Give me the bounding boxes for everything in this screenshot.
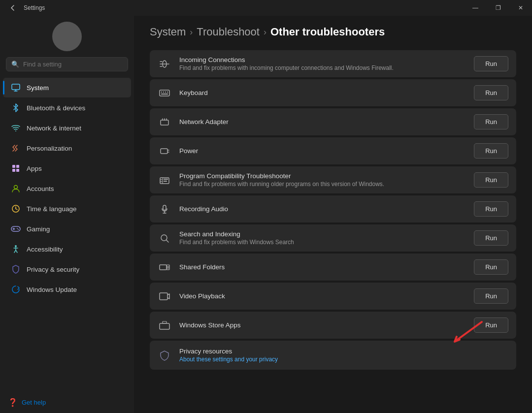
svg-rect-27 — [167, 92, 168, 93]
search-icon: 🔍 — [11, 61, 19, 68]
breadcrumb-troubleshoot[interactable]: Troubleshoot — [197, 26, 260, 38]
svg-rect-40 — [164, 179, 168, 180]
sidebar-item-network[interactable]: Network & internet — [3, 118, 131, 138]
get-help-footer[interactable]: ❓ Get help — [0, 392, 134, 413]
ts-run-button[interactable]: Run — [474, 172, 508, 188]
privacy-resources-item: Privacy resources About these settings a… — [150, 341, 516, 370]
sidebar-item-label: Network & internet — [27, 125, 81, 132]
bluetooth-icon — [11, 103, 21, 113]
svg-rect-0 — [12, 84, 20, 90]
ts-name: Program Compatibility Troubleshooter — [179, 172, 466, 180]
ts-info: Keyboard — [179, 89, 466, 96]
svg-point-8 — [14, 186, 18, 189]
ts-run-button[interactable]: Run — [474, 201, 508, 217]
sidebar-item-time[interactable]: Time & language — [3, 199, 131, 219]
sidebar-item-personalization[interactable]: Personalization — [3, 138, 131, 158]
svg-rect-28 — [161, 94, 168, 95]
ts-run-button[interactable]: Run — [474, 288, 508, 304]
keyboard-icon — [158, 86, 171, 100]
apps-icon — [11, 163, 21, 173]
avatar — [52, 22, 82, 51]
ts-desc: Find and fix problems with running older… — [179, 181, 466, 188]
windows-update-icon — [11, 285, 21, 294]
get-help-label: Get help — [22, 399, 46, 406]
svg-line-20 — [14, 250, 16, 253]
titlebar-left: Settings — [6, 1, 45, 15]
svg-rect-25 — [163, 92, 164, 93]
ts-name: Shared Folders — [179, 263, 466, 271]
ts-name: Keyboard — [179, 89, 466, 96]
privacy-resources-icon — [158, 349, 171, 362]
sidebar-item-label: Accounts — [27, 185, 54, 192]
app-body: 🔍 System Bl — [0, 16, 532, 413]
svg-line-11 — [16, 209, 17, 210]
sidebar-item-label: Personalization — [27, 145, 72, 152]
search-indexing-icon — [158, 231, 171, 245]
ts-run-button[interactable]: Run — [474, 143, 508, 159]
breadcrumb-system[interactable]: System — [150, 26, 186, 38]
ts-name: Video Playback — [179, 292, 466, 300]
sidebar-item-label: Windows Update — [27, 286, 77, 293]
ts-run-button[interactable]: Run — [474, 230, 508, 246]
svg-point-3 — [15, 130, 16, 131]
personalization-icon — [11, 143, 21, 153]
program-compatibility-icon — [158, 173, 171, 187]
ts-desc: Find and fix problems with Windows Searc… — [179, 239, 466, 246]
ts-info: Search and Indexing Find and fix problem… — [179, 230, 466, 246]
ts-run-button[interactable]: Run — [474, 259, 508, 275]
incoming-connections-icon — [158, 57, 171, 71]
ts-name: Incoming Connections — [179, 56, 466, 64]
time-icon — [11, 204, 21, 214]
ts-info: Shared Folders — [179, 263, 466, 271]
ts-program-compatibility: Program Compatibility Troubleshooter Fin… — [150, 166, 516, 193]
troubleshooter-list: Incoming Connections Find and fix proble… — [134, 50, 532, 370]
svg-rect-5 — [16, 165, 19, 168]
ts-info: Power — [179, 147, 466, 155]
close-button[interactable]: ✕ — [509, 0, 532, 16]
ts-recording-audio: Recording Audio Run — [150, 195, 516, 222]
ts-info: Program Compatibility Troubleshooter Fin… — [179, 172, 466, 188]
sidebar-item-label: Gaming — [27, 225, 50, 233]
ts-keyboard: Keyboard Run — [150, 79, 516, 106]
ts-run-button[interactable]: Run — [474, 56, 508, 71]
search-input[interactable] — [23, 61, 123, 68]
search-box[interactable]: 🔍 — [6, 57, 128, 71]
ts-shared-folders: Shared Folders Run — [150, 254, 516, 281]
svg-rect-52 — [160, 293, 167, 300]
ts-run-button[interactable]: Run — [474, 114, 508, 129]
sidebar-item-accounts[interactable]: Accounts — [3, 179, 131, 198]
video-playback-icon — [158, 289, 171, 303]
network-adapter-icon — [158, 115, 171, 129]
sidebar-item-gaming[interactable]: Gaming — [3, 219, 131, 239]
ts-run-button[interactable]: Run — [474, 318, 508, 333]
sidebar-item-privacy[interactable]: Privacy & security — [3, 259, 131, 279]
minimize-button[interactable]: — — [464, 0, 487, 16]
breadcrumb-sep2: › — [264, 27, 266, 37]
svg-rect-26 — [165, 92, 166, 93]
sidebar-item-label: Accessibility — [27, 246, 63, 253]
get-help-icon: ❓ — [8, 398, 18, 407]
sidebar-item-apps[interactable]: Apps — [3, 159, 131, 178]
window-controls: — ❐ ✕ — [464, 0, 532, 16]
sidebar-item-windows-update[interactable]: Windows Update — [3, 280, 131, 299]
sidebar-item-system[interactable]: System — [3, 78, 131, 97]
svg-line-21 — [16, 250, 17, 253]
ts-name: Recording Audio — [179, 205, 466, 213]
svg-rect-24 — [161, 92, 162, 93]
privacy-link[interactable]: About these settings and your privacy — [179, 356, 508, 363]
svg-rect-23 — [160, 90, 169, 96]
shared-folders-icon — [158, 260, 171, 274]
svg-point-16 — [18, 229, 19, 230]
ts-run-button[interactable]: Run — [474, 85, 508, 100]
sidebar-item-accessibility[interactable]: Accessibility — [3, 239, 131, 259]
back-button[interactable] — [6, 1, 20, 15]
ts-name: Power — [179, 147, 466, 155]
svg-rect-7 — [16, 169, 19, 172]
svg-rect-29 — [161, 120, 168, 125]
ts-desc: Find and fix problems with incoming comp… — [179, 64, 466, 71]
restore-button[interactable]: ❐ — [487, 0, 509, 16]
sidebar-nav: System Bluetooth & devices — [0, 77, 134, 300]
ts-info: Incoming Connections Find and fix proble… — [179, 56, 466, 71]
sidebar-item-bluetooth[interactable]: Bluetooth & devices — [3, 98, 131, 118]
ts-video-playback: Video Playback Run — [150, 283, 516, 310]
